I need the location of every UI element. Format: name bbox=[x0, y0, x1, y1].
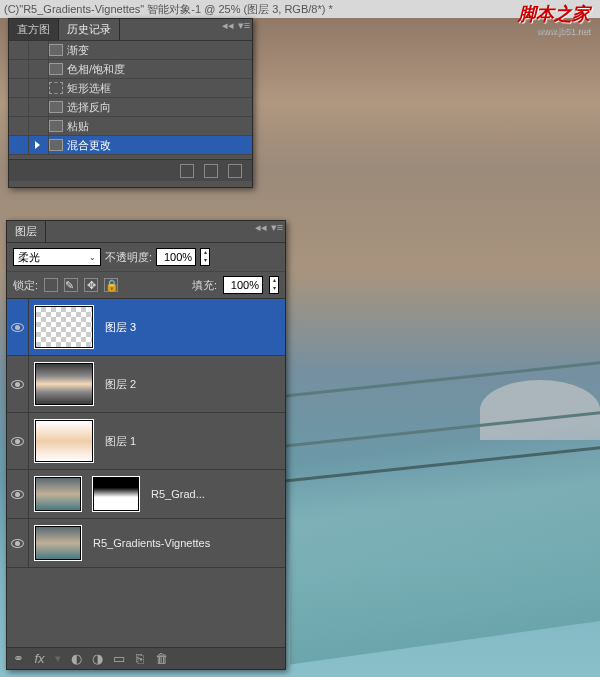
mask-icon[interactable]: ◐ bbox=[71, 651, 82, 667]
tab-layers[interactable]: 图层 bbox=[7, 221, 46, 242]
fill-label: 填充: bbox=[192, 278, 217, 293]
layer-name: R5_Grad... bbox=[145, 488, 205, 500]
visibility-toggle[interactable] bbox=[7, 470, 29, 518]
history-label: 渐变 bbox=[63, 43, 89, 58]
link-icon[interactable]: ⚭ bbox=[13, 651, 24, 667]
layers-tabs: 图层 ◂◂ ▾≡ bbox=[7, 221, 285, 243]
history-label: 选择反向 bbox=[63, 100, 111, 115]
fx-icon[interactable]: fx bbox=[34, 651, 45, 667]
layer-thumbnail[interactable] bbox=[35, 363, 93, 405]
layer-thumbnail[interactable] bbox=[35, 526, 81, 560]
hue-sat-icon bbox=[49, 63, 63, 75]
panel-collapse-icon[interactable]: ◂◂ bbox=[253, 221, 269, 242]
history-item[interactable]: 色相/饱和度 bbox=[9, 60, 252, 79]
lock-pixels-icon[interactable]: ✎ bbox=[64, 278, 78, 292]
layer-row[interactable]: 图层 3 bbox=[7, 299, 285, 356]
eye-icon bbox=[11, 437, 24, 446]
eye-icon bbox=[11, 490, 24, 499]
blend-mode-dropdown[interactable]: 柔光 ⌄ bbox=[13, 248, 101, 266]
current-marker-icon bbox=[35, 141, 40, 149]
layer-name: 图层 3 bbox=[99, 320, 136, 335]
layer-name: R5_Gradients-Vignettes bbox=[87, 537, 210, 549]
gradient-icon bbox=[49, 44, 63, 56]
visibility-toggle[interactable] bbox=[7, 356, 29, 412]
layer-name: 图层 1 bbox=[99, 434, 136, 449]
layer-thumbnail[interactable] bbox=[35, 306, 93, 348]
blend-mode-value: 柔光 bbox=[18, 250, 40, 265]
history-panel: 直方图 历史记录 ◂◂ ▾≡ 渐变 色相/饱和度 矩形选框 选择反向 bbox=[8, 18, 253, 188]
trash-icon[interactable] bbox=[228, 164, 242, 178]
history-item[interactable]: 选择反向 bbox=[9, 98, 252, 117]
marquee-icon bbox=[49, 82, 63, 94]
opacity-input[interactable]: 100% bbox=[156, 248, 196, 266]
layer-row[interactable]: R5_Gradients-Vignettes bbox=[7, 519, 285, 568]
panel-menu-icon[interactable]: ▾≡ bbox=[269, 221, 285, 242]
history-list: 渐变 色相/饱和度 矩形选框 选择反向 粘贴 混合更改 bbox=[9, 41, 252, 159]
blend-icon bbox=[49, 139, 63, 151]
lock-all-icon[interactable]: 🔒 bbox=[104, 278, 118, 292]
eye-icon bbox=[11, 539, 24, 548]
watermark-title: 脚本之家 bbox=[518, 2, 590, 26]
new-document-icon[interactable] bbox=[180, 164, 194, 178]
history-label: 矩形选框 bbox=[63, 81, 111, 96]
panel-collapse-icon[interactable]: ◂◂ bbox=[220, 19, 236, 40]
history-label: 混合更改 bbox=[63, 138, 111, 153]
inverse-icon bbox=[49, 101, 63, 113]
opacity-label: 不透明度: bbox=[105, 250, 152, 265]
panel-menu-icon[interactable]: ▾≡ bbox=[236, 19, 252, 40]
visibility-toggle[interactable] bbox=[7, 519, 29, 567]
tab-histogram[interactable]: 直方图 bbox=[9, 19, 59, 40]
layers-panel: 图层 ◂◂ ▾≡ 柔光 ⌄ 不透明度: 100% ▴▾ 锁定: ✎ ✥ 🔒 填充… bbox=[6, 220, 286, 670]
snapshot-icon[interactable] bbox=[204, 164, 218, 178]
adjustment-icon[interactable]: ◑ bbox=[92, 651, 103, 667]
watermark-url: www.jb51.net bbox=[518, 26, 590, 36]
history-item[interactable]: 渐变 bbox=[9, 41, 252, 60]
group-icon[interactable]: ▭ bbox=[113, 651, 124, 667]
layers-lock-row: 锁定: ✎ ✥ 🔒 填充: 100% ▴▾ bbox=[7, 272, 285, 299]
new-layer-icon[interactable]: ⎘ bbox=[134, 651, 145, 667]
history-label: 粘贴 bbox=[63, 119, 89, 134]
layer-thumbnail[interactable] bbox=[35, 477, 81, 511]
layer-row[interactable]: 图层 1 bbox=[7, 413, 285, 470]
mask-thumbnail[interactable] bbox=[93, 477, 139, 511]
history-brush-col bbox=[29, 41, 49, 60]
layer-thumbnail[interactable] bbox=[35, 420, 93, 462]
lock-transparency-icon[interactable] bbox=[44, 278, 58, 292]
history-item[interactable]: 混合更改 bbox=[9, 136, 252, 155]
spacer bbox=[120, 19, 220, 40]
opacity-stepper[interactable]: ▴▾ bbox=[200, 248, 210, 266]
chevron-down-icon: ⌄ bbox=[89, 253, 96, 262]
lock-label: 锁定: bbox=[13, 278, 38, 293]
paste-icon bbox=[49, 120, 63, 132]
eye-icon bbox=[11, 380, 24, 389]
history-item[interactable]: 矩形选框 bbox=[9, 79, 252, 98]
history-item[interactable]: 粘贴 bbox=[9, 117, 252, 136]
layers-footer: ⚭ fx▾ ◐ ◑ ▭ ⎘ 🗑 bbox=[7, 647, 285, 669]
visibility-toggle[interactable] bbox=[7, 413, 29, 469]
layer-row[interactable]: 图层 2 bbox=[7, 356, 285, 413]
history-snapshot-col bbox=[9, 41, 29, 60]
trash-icon[interactable]: 🗑 bbox=[155, 651, 166, 667]
visibility-toggle[interactable] bbox=[7, 299, 29, 355]
history-tabs: 直方图 历史记录 ◂◂ ▾≡ bbox=[9, 19, 252, 41]
watermark: 脚本之家 www.jb51.net bbox=[518, 2, 590, 36]
layer-row[interactable]: R5_Grad... bbox=[7, 470, 285, 519]
eye-icon bbox=[11, 323, 24, 332]
fill-stepper[interactable]: ▴▾ bbox=[269, 276, 279, 294]
tab-history[interactable]: 历史记录 bbox=[59, 19, 120, 40]
document-title-bar: (C)"R5_Gradients-Vignettes" 智能对象-1 @ 25%… bbox=[0, 0, 600, 18]
fill-input[interactable]: 100% bbox=[223, 276, 263, 294]
layers-options-row: 柔光 ⌄ 不透明度: 100% ▴▾ bbox=[7, 243, 285, 272]
lock-position-icon[interactable]: ✥ bbox=[84, 278, 98, 292]
layer-list: 图层 3 图层 2 图层 1 R5_Grad... R5_Gradients-V… bbox=[7, 299, 285, 568]
history-footer bbox=[9, 159, 252, 181]
history-label: 色相/饱和度 bbox=[63, 62, 125, 77]
layer-name: 图层 2 bbox=[99, 377, 136, 392]
